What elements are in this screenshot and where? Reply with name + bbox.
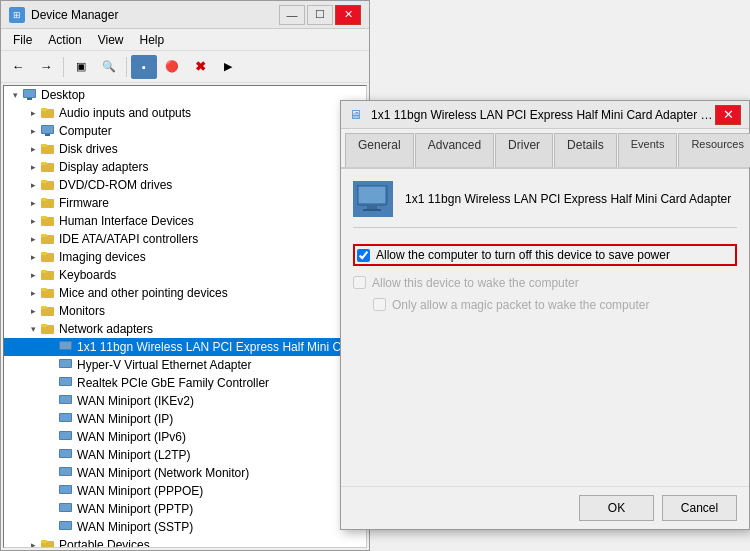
tree-item[interactable]: ▸Audio inputs and outputs [4, 104, 366, 122]
forward-button[interactable]: → [33, 55, 59, 79]
tree-item-icon [40, 214, 56, 228]
tree-item[interactable]: ▸WAN Miniport (PPPOE) [4, 482, 366, 500]
tree-item-label: WAN Miniport (PPTP) [77, 502, 193, 516]
tree-item-label: Mice and other pointing devices [59, 286, 228, 300]
properties-dialog: 🖥 1x1 11bgn Wireless LAN PCI Express Hal… [340, 100, 750, 530]
close-button[interactable]: ✕ [335, 5, 361, 25]
tree-item-icon [40, 142, 56, 156]
svg-rect-2 [27, 98, 32, 100]
menu-help[interactable]: Help [132, 31, 173, 49]
tree-arrow: ▸ [26, 198, 40, 208]
tree-item[interactable]: ▸Disk drives [4, 140, 366, 158]
tree-item-icon [58, 466, 74, 480]
svg-rect-1 [24, 90, 35, 97]
tree-item-icon [40, 106, 56, 120]
tab-general[interactable]: General [345, 133, 414, 167]
tree-item[interactable]: ▸Hyper-V Virtual Ethernet Adapter [4, 356, 366, 374]
tab-details[interactable]: Details [554, 133, 617, 167]
tree-item[interactable]: ▸1x1 11bgn Wireless LAN PCI Express Half… [4, 338, 366, 356]
tree-item[interactable]: ▸DVD/CD-ROM drives [4, 176, 366, 194]
tree-item-label: Human Interface Devices [59, 214, 194, 228]
svg-rect-57 [363, 209, 381, 211]
tree-item-icon [40, 232, 56, 246]
tree-item[interactable]: ▸WAN Miniport (IP) [4, 410, 366, 428]
tree-item[interactable]: ▸Imaging devices [4, 248, 366, 266]
allow-wake-checkbox[interactable] [353, 276, 366, 289]
tree-item-icon [40, 124, 56, 138]
tree-item-label: Display adapters [59, 160, 148, 174]
tree-item-label: Imaging devices [59, 250, 146, 264]
tree-item-label: DVD/CD-ROM drives [59, 178, 172, 192]
tree-item-icon [58, 502, 74, 516]
tree-item[interactable]: ▸WAN Miniport (L2TP) [4, 446, 366, 464]
magic-packet-checkbox[interactable] [373, 298, 386, 311]
tree-item[interactable]: ▸Display adapters [4, 158, 366, 176]
disable-button[interactable]: 🔴 [159, 55, 185, 79]
device-tree[interactable]: ▾Desktop▸Audio inputs and outputs▸Comput… [3, 85, 367, 548]
tab-bar: General Advanced Driver Details Events R… [341, 129, 749, 169]
tree-item-icon [58, 448, 74, 462]
svg-rect-23 [41, 270, 47, 273]
device-header: 1x1 11bgn Wireless LAN PCI Express Half … [353, 181, 737, 228]
maximize-button[interactable]: ☐ [307, 5, 333, 25]
tree-arrow: ▸ [26, 234, 40, 244]
properties-button[interactable]: ▣ [68, 55, 94, 79]
tree-item[interactable]: ▸WAN Miniport (IPv6) [4, 428, 366, 446]
tree-item[interactable]: ▸WAN Miniport (IKEv2) [4, 392, 366, 410]
tab-resources[interactable]: Resources [678, 133, 750, 167]
svg-rect-51 [60, 522, 71, 529]
svg-rect-13 [41, 180, 47, 183]
tree-item-icon [40, 160, 56, 174]
window-icon: ⊞ [9, 7, 25, 23]
ok-button[interactable]: OK [579, 495, 654, 521]
tree-item[interactable]: ▸Computer [4, 122, 366, 140]
tree-item[interactable]: ▾Network adapters [4, 320, 366, 338]
svg-rect-56 [367, 205, 377, 209]
scan-hardware-button[interactable]: ▶ [215, 55, 241, 79]
tree-arrow: ▸ [26, 162, 40, 172]
tree-item[interactable]: ▸Portable Devices [4, 536, 366, 548]
tree-item[interactable]: ▸Monitors [4, 302, 366, 320]
svg-rect-47 [60, 486, 71, 493]
tree-item[interactable]: ▸Human Interface Devices [4, 212, 366, 230]
menu-file[interactable]: File [5, 31, 40, 49]
dialog-title-text: 1x1 11bgn Wireless LAN PCI Express Half … [371, 108, 715, 122]
tree-item-label: WAN Miniport (IP) [77, 412, 173, 426]
dialog-icon: 🖥 [349, 107, 365, 123]
cancel-button[interactable]: Cancel [662, 495, 737, 521]
tree-item[interactable]: ▸Mice and other pointing devices [4, 284, 366, 302]
tree-item[interactable]: ▸Firmware [4, 194, 366, 212]
tree-item[interactable]: ▸IDE ATA/ATAPI controllers [4, 230, 366, 248]
scan-button[interactable]: ▪ [131, 55, 157, 79]
svg-rect-49 [60, 504, 71, 511]
tree-arrow: ▸ [26, 180, 40, 190]
tree-item-icon [58, 520, 74, 534]
update-driver-button[interactable]: 🔍 [96, 55, 122, 79]
tree-item[interactable]: ▾Desktop [4, 86, 366, 104]
tree-item[interactable]: ▸Realtek PCIe GbE Family Controller [4, 374, 366, 392]
allow-turnoff-checkbox[interactable] [357, 249, 370, 262]
tree-arrow: ▾ [26, 324, 40, 334]
tree-item-icon [58, 340, 74, 354]
uninstall-button[interactable]: ✖ [187, 55, 213, 79]
tree-item-label: Keyboards [59, 268, 116, 282]
menu-view[interactable]: View [90, 31, 132, 49]
tree-item[interactable]: ▸WAN Miniport (Network Monitor) [4, 464, 366, 482]
dialog-close-button[interactable]: ✕ [715, 105, 741, 125]
svg-rect-37 [60, 396, 71, 403]
menu-action[interactable]: Action [40, 31, 89, 49]
svg-rect-6 [42, 126, 53, 133]
svg-rect-11 [41, 162, 47, 165]
back-button[interactable]: ← [5, 55, 31, 79]
tree-item[interactable]: ▸Keyboards [4, 266, 366, 284]
tree-item-icon [40, 322, 56, 336]
tab-events[interactable]: Events [618, 133, 678, 167]
tree-item-icon [58, 394, 74, 408]
minimize-button[interactable]: — [279, 5, 305, 25]
allow-turnoff-label: Allow the computer to turn off this devi… [376, 248, 670, 262]
tree-item[interactable]: ▸WAN Miniport (PPTP) [4, 500, 366, 518]
tree-item-icon [58, 430, 74, 444]
tab-advanced[interactable]: Advanced [415, 133, 494, 167]
tree-item[interactable]: ▸WAN Miniport (SSTP) [4, 518, 366, 536]
tab-driver[interactable]: Driver [495, 133, 553, 167]
